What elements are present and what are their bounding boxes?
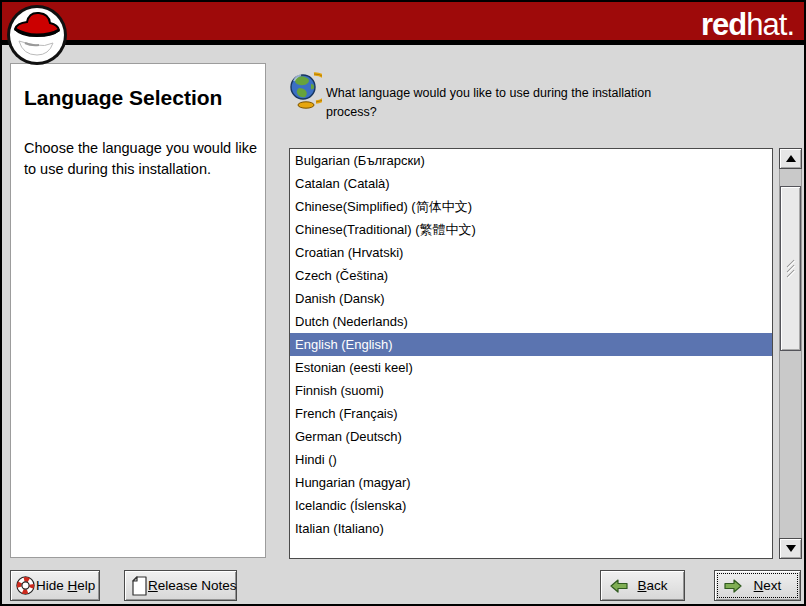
language-option[interactable]: Croatian (Hrvatski) <box>290 241 772 264</box>
language-option[interactable]: Hungarian (magyar) <box>290 471 772 494</box>
language-option[interactable]: Catalan (Català) <box>290 172 772 195</box>
installer-window: redhat. Language Selection Choose the la… <box>0 0 806 606</box>
globe-icon <box>289 70 322 109</box>
help-panel: Language Selection Choose the language y… <box>10 63 266 558</box>
document-icon <box>130 575 148 597</box>
release-notes-button[interactable]: Release Notes <box>124 570 237 601</box>
redhat-shadowman-logo-icon <box>5 3 69 67</box>
language-option[interactable]: Chinese(Traditional) (繁體中文) <box>290 218 772 241</box>
arrow-left-icon <box>609 578 629 594</box>
language-option[interactable]: Hindi () <box>290 448 772 471</box>
page-title: Language Selection <box>24 86 253 110</box>
language-option[interactable]: Estonian (eesti keel) <box>290 356 772 379</box>
scrollbar-down-button[interactable] <box>779 538 802 559</box>
next-label: Next <box>743 578 792 593</box>
language-option[interactable]: Finnish (suomi) <box>290 379 772 402</box>
triangle-up-icon <box>786 155 796 162</box>
arrow-right-icon <box>723 578 743 594</box>
back-label: Back <box>629 578 676 593</box>
language-option[interactable]: Icelandic (Íslenska) <box>290 494 772 517</box>
scrollbar <box>779 148 802 559</box>
language-option[interactable]: English (English) <box>290 333 772 356</box>
language-option[interactable]: Czech (Čeština) <box>290 264 772 287</box>
scrollbar-trough[interactable] <box>779 169 802 538</box>
hide-help-button[interactable]: Hide Help <box>10 570 100 601</box>
lifebuoy-icon <box>15 575 36 596</box>
scrollbar-thumb[interactable] <box>780 186 801 351</box>
brand-wordmark: redhat. <box>701 7 794 43</box>
language-list-area: Bulgarian (Български)Catalan (Català)Chi… <box>289 148 802 559</box>
help-text: Choose the language you would like to us… <box>24 138 258 180</box>
language-option[interactable]: German (Deutsch) <box>290 425 772 448</box>
scrollbar-up-button[interactable] <box>779 148 802 169</box>
language-option[interactable]: Danish (Dansk) <box>290 287 772 310</box>
back-button[interactable]: Back <box>600 570 685 601</box>
header-banner <box>2 2 804 45</box>
release-notes-label: Release Notes <box>148 578 237 593</box>
language-option[interactable]: French (Français) <box>290 402 772 425</box>
triangle-down-icon <box>786 545 796 552</box>
question-text: What language would you like to use duri… <box>326 84 694 122</box>
language-option[interactable]: Chinese(Simplified) (简体中文) <box>290 195 772 218</box>
language-list: Bulgarian (Български)Catalan (Català)Chi… <box>289 148 773 559</box>
language-option[interactable]: Bulgarian (Български) <box>290 149 772 172</box>
language-option[interactable]: Dutch (Nederlands) <box>290 310 772 333</box>
language-option[interactable]: Italian (Italiano) <box>290 517 772 540</box>
next-button[interactable]: Next <box>714 570 801 601</box>
hide-help-label: Hide Help <box>36 578 95 593</box>
